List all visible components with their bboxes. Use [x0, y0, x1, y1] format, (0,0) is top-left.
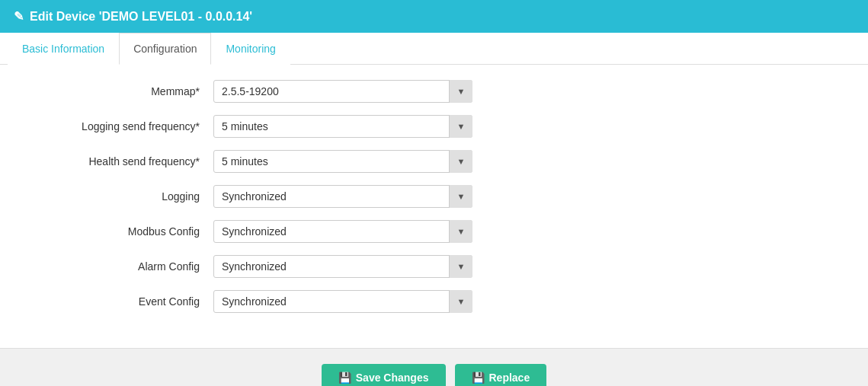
field-event-row: Event Config Synchronized Not Synchroniz…: [0, 290, 868, 313]
field-health-freq-select[interactable]: 5 minutes 1 minute 10 minutes 15 minutes…: [213, 150, 472, 173]
save-icon: 💾: [338, 372, 351, 384]
field-logging-label: Logging: [15, 190, 213, 203]
field-event-wrapper: Synchronized Not Synchronized: [213, 290, 472, 313]
field-memmap-select[interactable]: 2.5.5-19200: [213, 80, 472, 103]
field-memmap-row: Memmap* 2.5.5-19200: [0, 80, 868, 103]
tab-monitoring[interactable]: Monitoring: [211, 33, 290, 65]
field-logging-row: Logging Synchronized Not Synchronized: [0, 185, 868, 208]
field-alarm-select[interactable]: Synchronized Not Synchronized: [213, 255, 472, 278]
field-health-freq-label: Health send frequency*: [15, 155, 213, 167]
field-logging-wrapper: Synchronized Not Synchronized: [213, 185, 472, 208]
field-memmap-wrapper: 2.5.5-19200: [213, 80, 472, 103]
save-label: Save Changes: [356, 372, 429, 384]
field-modbus-wrapper: Synchronized Not Synchronized: [213, 220, 472, 243]
tab-configuration[interactable]: Configuration: [119, 33, 211, 65]
field-alarm-label: Alarm Config: [15, 260, 213, 273]
field-memmap-label: Memmap*: [15, 85, 213, 97]
field-modbus-row: Modbus Config Synchronized Not Synchroni…: [0, 220, 868, 243]
tab-basic-information[interactable]: Basic Information: [8, 33, 119, 65]
field-health-freq-row: Health send frequency* 5 minutes 1 minut…: [0, 150, 868, 173]
field-event-select[interactable]: Synchronized Not Synchronized: [213, 290, 472, 313]
replace-icon: 💾: [472, 372, 485, 384]
footer-bar: 💾 Save Changes 💾 Replace: [0, 348, 868, 386]
save-changes-button[interactable]: 💾 Save Changes: [322, 364, 446, 386]
field-logging-freq-label: Logging send frequency*: [15, 120, 213, 132]
field-alarm-row: Alarm Config Synchronized Not Synchroniz…: [0, 255, 868, 278]
field-event-label: Event Config: [15, 295, 213, 308]
field-logging-freq-row: Logging send frequency* 5 minutes 1 minu…: [0, 115, 868, 138]
field-health-freq-wrapper: 5 minutes 1 minute 10 minutes 15 minutes…: [213, 150, 472, 173]
field-alarm-wrapper: Synchronized Not Synchronized: [213, 255, 472, 278]
tab-bar: Basic Information Configuration Monitori…: [0, 33, 868, 65]
header-title: Edit Device 'DEMO LEVEL01 - 0.0.0.14': [30, 10, 252, 24]
header: ✎ Edit Device 'DEMO LEVEL01 - 0.0.0.14': [0, 0, 868, 33]
field-logging-select[interactable]: Synchronized Not Synchronized: [213, 185, 472, 208]
field-logging-freq-select[interactable]: 5 minutes 1 minute 10 minutes 15 minutes…: [213, 115, 472, 138]
edit-icon: ✎: [14, 9, 24, 24]
field-modbus-select[interactable]: Synchronized Not Synchronized: [213, 220, 472, 243]
form-content: Memmap* 2.5.5-19200 Logging send frequen…: [0, 65, 868, 340]
field-modbus-label: Modbus Config: [15, 225, 213, 238]
replace-label: Replace: [489, 372, 530, 384]
field-logging-freq-wrapper: 5 minutes 1 minute 10 minutes 15 minutes…: [213, 115, 472, 138]
replace-button[interactable]: 💾 Replace: [455, 364, 547, 386]
